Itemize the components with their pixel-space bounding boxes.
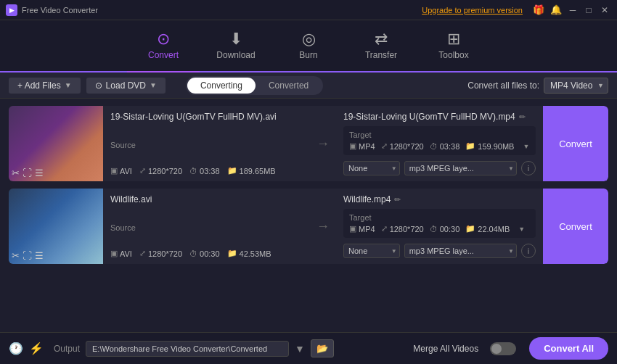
target-dropdown-arrow-1[interactable]: ▼ [523,143,529,150]
nav-convert-label: Convert [148,50,179,60]
add-files-button[interactable]: + Add Files ▼ [9,78,81,94]
info-btn-2[interactable]: i [521,244,536,258]
search-icon[interactable]: 🔔 [549,3,563,17]
footer: 🕐 ⚡ Output ▼ 📂 Merge All Videos Convert … [0,332,617,364]
nav-burn-label: Burn [299,50,317,60]
scissors-icon-2[interactable]: ✂ [12,250,20,261]
target-meta-row-1: ▣ MP4 ⤢ 1280*720 ⏱ 03:38 📁 159.90MB [349,141,530,151]
target-format-1: ▣ MP4 [349,141,375,151]
size-icon-2: 📁 [227,249,237,258]
merge-toggle[interactable] [490,342,516,355]
tab-converted[interactable]: Converted [256,78,322,94]
upgrade-link[interactable]: Upgrade to premium version [422,6,523,15]
audio-quality-wrap-2[interactable]: mp3 MPEG laye... [404,244,517,258]
t-size-icon-1: 📁 [465,141,475,151]
tab-converting[interactable]: Converting [187,78,256,94]
target-meta-1: Target ▣ MP4 ⤢ 1280*720 ⏱ 03:38 [343,126,536,155]
audio-codec-wrap-2[interactable]: None [343,244,400,258]
target-dur-2: ⏱ 00:30 [430,225,460,233]
arrow-col-1: → [310,106,336,181]
load-dvd-arrow-icon: ▼ [150,81,157,89]
t-res-icon-2: ⤢ [381,224,388,233]
convert-all-button[interactable]: Convert All [529,337,608,360]
audio-codec-wrap-1[interactable]: None [343,161,400,175]
audio-quality-wrap-1[interactable]: mp3 MPEG laye... [404,161,517,175]
audio-quality-select-1[interactable]: mp3 MPEG laye... [404,161,517,175]
res-icon-1: ⤢ [139,166,146,175]
target-label-2: Target [349,213,530,222]
load-dvd-button[interactable]: ⊙ Load DVD ▼ [86,78,166,94]
thumb-controls-2: ✂ ⛶ ☰ [12,250,100,261]
effects-icon-1[interactable]: ☰ [35,167,44,178]
clock-icon[interactable]: 🕐 [9,342,23,355]
titlebar: ▶ Free Video Converter Upgrade to premiu… [0,0,617,20]
arrow-col-2: → [310,189,336,264]
target-size-1: 📁 159.90MB [465,141,514,151]
t-dur-icon-1: ⏱ [430,142,438,151]
target-size-2: 📁 22.04MB [465,224,510,233]
target-name-2: Wildlife.mp4 ✏ [343,194,536,204]
dur-icon-1: ⏱ [189,167,197,175]
gift-icon[interactable]: 🎁 [531,3,546,17]
arrow-right-icon-2: → [316,219,330,234]
close-btn[interactable]: ✕ [598,4,611,16]
audio-codec-select-1[interactable]: None [343,161,400,175]
source-name-2: Wildlife.avi [110,194,303,204]
add-files-label: + Add Files [17,80,61,91]
minimize-btn[interactable]: ─ [566,4,579,16]
nav-toolbox[interactable]: ⊞ Toolbox [417,20,490,72]
nav-burn[interactable]: ◎ Burn [272,20,345,72]
convert-button-1[interactable]: Convert [543,106,608,181]
thumb-controls-1: ✂ ⛶ ☰ [12,167,100,178]
navbar: ⊙ Convert ⬇ Download ◎ Burn ⇄ Transfer ⊞… [0,20,617,73]
dropdown-path-arrow-icon[interactable]: ▼ [295,343,305,355]
target-res-2: ⤢ 1280*720 [381,224,424,233]
format-select[interactable]: MP4 Video [544,78,608,94]
app-title: Free Video Converter [22,6,98,15]
convert-nav-icon: ⊙ [157,31,170,47]
t-dur-icon-2: ⏱ [430,225,438,233]
app-logo: ▶ [6,4,17,16]
edit-icon-2[interactable]: ✏ [394,195,401,204]
nav-download[interactable]: ⬇ Download [200,20,272,72]
convert-all-label: Convert all files to: [467,80,539,91]
source-res-2: ⤢ 1280*720 [139,249,182,258]
file-card-1: ✂ ⛶ ☰ 19-Sistar-Loving U(GomTV FullHD MV… [9,106,608,181]
res-icon-2: ⤢ [139,249,146,258]
folder-browse-button[interactable]: 📂 [311,339,334,357]
file-list: ✂ ⛶ ☰ 19-Sistar-Loving U(GomTV FullHD MV… [0,99,617,332]
t-format-icon-1: ▣ [349,141,356,151]
audio-codec-select-2[interactable]: None [343,244,400,258]
target-format-2: ▣ MP4 [349,224,375,233]
size-icon-1: 📁 [227,166,237,175]
load-dvd-label: Load DVD [106,80,146,91]
toolbar: + Add Files ▼ ⊙ Load DVD ▼ Converting Co… [0,73,617,99]
download-nav-icon: ⬇ [229,31,242,47]
format-select-wrap[interactable]: MP4 Video [544,78,608,94]
target-meta-2: Target ▣ MP4 ⤢ 1280*720 ⏱ 00:30 [343,209,536,238]
source-format-2: ▣ AVI [110,249,132,258]
nav-transfer[interactable]: ⇄ Transfer [345,20,417,72]
convert-button-2[interactable]: Convert [543,189,608,264]
info-btn-1[interactable]: i [521,161,536,175]
format-icon-1: ▣ [110,166,118,175]
output-path-input[interactable] [86,341,289,357]
t-size-icon-2: 📁 [465,224,475,233]
dropdown-row-2: None mp3 MPEG laye... i [343,244,536,258]
effects-icon-2[interactable]: ☰ [35,250,44,261]
dur-icon-2: ⏱ [189,249,197,258]
titlebar-left: ▶ Free Video Converter [6,4,98,16]
scissors-icon-1[interactable]: ✂ [12,167,20,178]
audio-quality-select-2[interactable]: mp3 MPEG laye... [404,244,517,258]
nav-download-label: Download [216,50,255,60]
nav-convert[interactable]: ⊙ Convert [127,20,200,73]
source-meta-1: ▣ AVI ⤢ 1280*720 ⏱ 03:38 📁 189.65MB [110,166,303,175]
target-dropdown-arrow-2[interactable]: ▼ [518,226,525,233]
crop-icon-1[interactable]: ⛶ [23,167,32,178]
arrow-right-icon-1: → [316,136,330,152]
lightning-icon[interactable]: ⚡ [29,342,44,355]
source-dur-1: ⏱ 03:38 [189,167,220,175]
maximize-btn[interactable]: □ [582,4,595,16]
edit-icon-1[interactable]: ✏ [519,112,526,122]
crop-icon-2[interactable]: ⛶ [23,250,32,261]
